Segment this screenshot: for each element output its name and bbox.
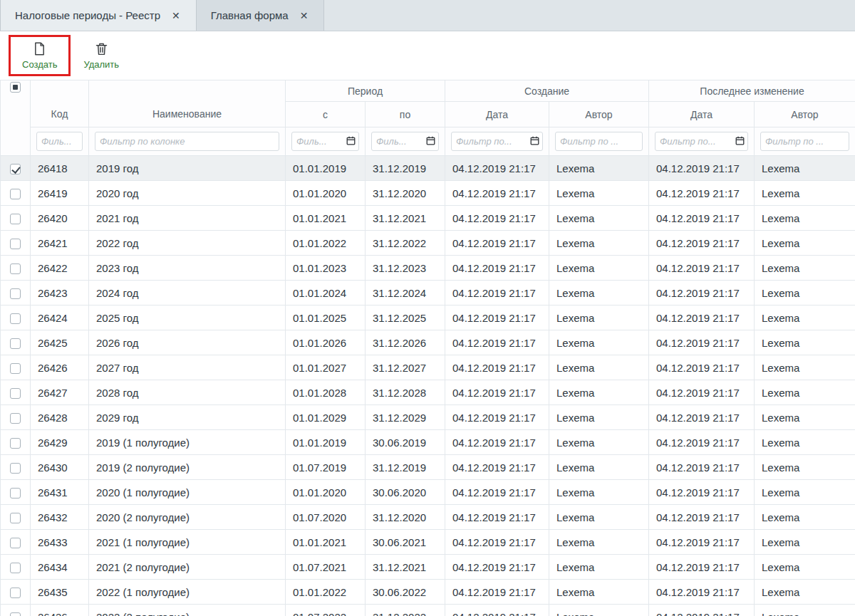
- cell-change-author: Lexema: [755, 181, 855, 206]
- cell-change-date: 04.12.2019 21:17: [649, 256, 755, 281]
- row-checkbox[interactable]: [10, 388, 21, 399]
- select-all-checkbox[interactable]: [10, 82, 21, 93]
- cell-change-date: 04.12.2019 21:17: [649, 555, 755, 580]
- calendar-icon[interactable]: [735, 136, 745, 147]
- table-row[interactable]: 26419 2020 год 01.01.2020 31.12.2020 04.…: [1, 181, 855, 206]
- cell-period-to: 30.06.2020: [366, 480, 445, 505]
- row-checkbox[interactable]: [10, 513, 21, 523]
- table-row[interactable]: 26430 2019 (2 полугодие) 01.07.2019 31.1…: [1, 455, 855, 480]
- close-icon[interactable]: ✕: [170, 9, 182, 22]
- cell-create-author: Lexema: [549, 455, 649, 480]
- table-row[interactable]: 26436 2022 (2 полугодие) 01.07.2022 31.1…: [1, 605, 855, 616]
- cell-create-author: Lexema: [549, 355, 649, 380]
- row-checkbox[interactable]: [10, 588, 21, 598]
- cell-change-date: 04.12.2019 21:17: [649, 281, 755, 306]
- cell-change-author: Lexema: [755, 530, 855, 555]
- table-row[interactable]: 26428 2029 год 01.01.2029 31.12.2029 04.…: [1, 405, 855, 430]
- table-row[interactable]: 26422 2023 год 01.01.2023 31.12.2023 04.…: [1, 256, 855, 281]
- cell-code: 26423: [31, 281, 89, 306]
- tab-label: Главная форма: [211, 9, 289, 21]
- row-checkbox[interactable]: [10, 263, 21, 274]
- tab-main-form[interactable]: Главная форма ✕: [197, 0, 325, 31]
- cell-change-date: 04.12.2019 21:17: [649, 505, 755, 530]
- cell-change-date: 04.12.2019 21:17: [649, 430, 755, 455]
- close-icon[interactable]: ✕: [299, 9, 310, 22]
- calendar-icon[interactable]: [426, 136, 435, 147]
- row-checkbox[interactable]: [10, 363, 21, 374]
- cell-create-author: Lexema: [549, 281, 649, 306]
- column-header-period-from[interactable]: с: [286, 102, 366, 127]
- create-button[interactable]: Создать: [16, 38, 63, 73]
- table-row[interactable]: 26418 2019 год 01.01.2019 31.12.2019 04.…: [1, 156, 855, 181]
- table-row[interactable]: 26432 2020 (2 полугодие) 01.07.2020 31.1…: [1, 505, 855, 530]
- row-checkbox[interactable]: [10, 463, 21, 474]
- column-header-change-author[interactable]: Автор: [755, 102, 855, 127]
- cell-change-author: Lexema: [755, 430, 855, 455]
- table-row[interactable]: 26433 2021 (1 полугодие) 01.01.2021 30.0…: [1, 530, 855, 555]
- cell-create-author: Lexema: [549, 231, 649, 256]
- cell-create-author: Lexema: [549, 405, 649, 430]
- row-checkbox[interactable]: [10, 413, 21, 424]
- table-row[interactable]: 26431 2020 (1 полугодие) 01.01.2020 30.0…: [1, 480, 855, 505]
- column-header-change-date[interactable]: Дата: [649, 102, 755, 127]
- cell-change-author: Lexema: [755, 256, 855, 281]
- cell-code: 26421: [31, 231, 89, 256]
- column-header-create-date[interactable]: Дата: [445, 102, 549, 127]
- calendar-icon[interactable]: [530, 136, 539, 147]
- calendar-icon[interactable]: [346, 136, 356, 147]
- cell-change-date: 04.12.2019 21:17: [649, 306, 755, 330]
- cell-name: 2019 (1 полугодие): [89, 430, 286, 455]
- cell-period-to: 31.12.2022: [366, 605, 445, 616]
- cell-create-date: 04.12.2019 21:17: [445, 355, 549, 380]
- cell-create-date: 04.12.2019 21:17: [445, 231, 549, 256]
- table-row[interactable]: 26425 2026 год 01.01.2026 31.12.2026 04.…: [1, 330, 855, 355]
- table-body: 26418 2019 год 01.01.2019 31.12.2019 04.…: [1, 156, 855, 616]
- filter-input-create-date[interactable]: [451, 132, 543, 151]
- table-row[interactable]: 26426 2027 год 01.01.2027 31.12.2027 04.…: [1, 355, 855, 380]
- filter-input-change-date[interactable]: [655, 132, 748, 151]
- new-document-icon: [32, 41, 47, 57]
- filter-input-change-author[interactable]: [760, 132, 849, 151]
- table-row[interactable]: 26420 2021 год 01.01.2021 31.12.2021 04.…: [1, 206, 855, 231]
- table-row[interactable]: 26429 2019 (1 полугодие) 01.01.2019 30.0…: [1, 430, 855, 455]
- cell-name: 2022 (2 полугодие): [89, 605, 286, 616]
- row-checkbox[interactable]: [10, 538, 21, 548]
- column-header-create-author[interactable]: Автор: [549, 102, 649, 127]
- row-checkbox[interactable]: [10, 488, 21, 498]
- row-checkbox[interactable]: [10, 239, 21, 249]
- column-header-code[interactable]: Код: [31, 102, 89, 127]
- table-row[interactable]: 26423 2024 год 01.01.2024 31.12.2024 04.…: [1, 281, 855, 306]
- tax-periods-table: Период Создание Последнее изменение Код …: [0, 80, 855, 616]
- filter-input-code[interactable]: [36, 132, 83, 151]
- filter-input-name[interactable]: [95, 132, 279, 151]
- toolbar: Создать Удалить: [0, 31, 855, 80]
- row-checkbox[interactable]: [10, 288, 21, 299]
- column-header-name[interactable]: Наименование: [89, 102, 286, 127]
- cell-change-date: 04.12.2019 21:17: [649, 455, 755, 480]
- cell-name: 2024 год: [89, 281, 286, 306]
- cell-period-from: 01.01.2021: [286, 530, 366, 555]
- cell-name: 2023 год: [89, 256, 286, 281]
- row-checkbox[interactable]: [10, 189, 21, 199]
- delete-button[interactable]: Удалить: [78, 38, 125, 73]
- row-checkbox[interactable]: [10, 164, 21, 174]
- annotation-highlight: Создать: [9, 35, 71, 76]
- column-header-period-to[interactable]: по: [366, 102, 445, 127]
- cell-code: 26419: [31, 181, 89, 206]
- cell-name: 2020 (2 полугодие): [89, 505, 286, 530]
- cell-period-to: 30.06.2021: [366, 530, 445, 555]
- row-checkbox[interactable]: [10, 313, 21, 324]
- tab-tax-periods-registry[interactable]: Налоговые периоды - Реестр ✕: [0, 0, 197, 31]
- table-row[interactable]: 26427 2028 год 01.01.2028 31.12.2028 04.…: [1, 380, 855, 405]
- row-checkbox[interactable]: [10, 563, 21, 573]
- filter-input-create-author[interactable]: [555, 132, 643, 151]
- row-checkbox[interactable]: [10, 338, 21, 349]
- table-row[interactable]: 26424 2025 год 01.01.2025 31.12.2025 04.…: [1, 306, 855, 330]
- table-row[interactable]: 26434 2021 (2 полугодие) 01.07.2021 31.1…: [1, 555, 855, 580]
- table-row[interactable]: 26435 2022 (1 полугодие) 01.01.2022 30.0…: [1, 580, 855, 605]
- row-checkbox[interactable]: [10, 612, 21, 616]
- cell-period-to: 31.12.2019: [366, 156, 445, 181]
- row-checkbox[interactable]: [10, 438, 21, 449]
- table-row[interactable]: 26421 2022 год 01.01.2022 31.12.2022 04.…: [1, 231, 855, 256]
- row-checkbox[interactable]: [10, 214, 21, 224]
